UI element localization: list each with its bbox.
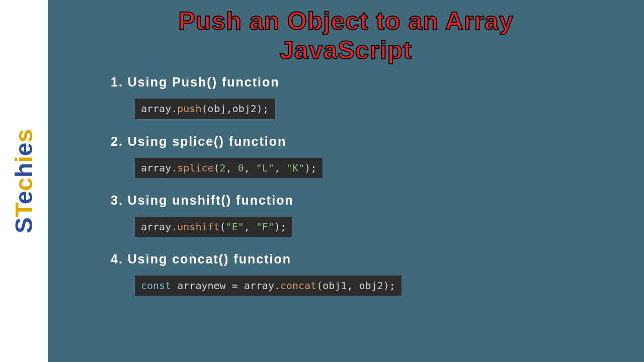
code-str: "E": [226, 221, 244, 233]
section-heading: 3. Using unshift() function: [111, 193, 624, 208]
code-comma: ,: [244, 162, 256, 174]
code-comma: ,: [226, 162, 238, 174]
code-method: unshift: [177, 221, 219, 233]
code-semicolon: ;: [280, 221, 286, 233]
logo-letter: T: [11, 204, 37, 217]
code-semicolon: ;: [263, 103, 269, 115]
title-line-2: JavaScript: [280, 36, 412, 64]
code-open-paren: (: [220, 221, 226, 233]
logo-letter: s: [11, 129, 37, 142]
brand-logo: STechies: [10, 129, 38, 233]
code-dot: .: [171, 103, 177, 115]
code-close-paren: ): [274, 221, 280, 233]
logo-letter: e: [11, 191, 37, 204]
code-obj: array: [141, 162, 171, 174]
code-method: splice: [177, 162, 213, 174]
code-semicolon: ;: [389, 280, 395, 292]
code-obj: array: [141, 103, 171, 115]
section-push: 1. Using Push() function array.push(obj,…: [111, 75, 624, 119]
code-block-concat: const arraynew = array.concat(obj1, obj2…: [135, 276, 401, 296]
code-str: "K": [286, 162, 304, 174]
code-obj: array: [141, 221, 171, 233]
code-comma: ,: [274, 162, 286, 174]
content-list: 1. Using Push() function array.push(obj,…: [111, 75, 624, 296]
code-block-unshift: array.unshift("E", "F");: [135, 217, 292, 237]
code-dot: .: [171, 162, 177, 174]
sidebar: STechies: [0, 0, 48, 362]
code-arg: obj1: [323, 280, 347, 292]
section-heading: 4. Using concat() function: [111, 252, 624, 266]
logo-letter: S: [11, 217, 37, 233]
code-str: "F": [256, 221, 274, 233]
code-close-paren: ): [383, 280, 389, 292]
code-open-paren: (: [214, 162, 220, 174]
section-heading: 1. Using Push() function: [111, 75, 624, 89]
code-num: 2: [220, 162, 226, 174]
code-var: arraynew: [177, 280, 225, 292]
logo-letter: h: [11, 162, 37, 177]
code-open-paren: (: [316, 280, 323, 292]
code-block-push: array.push(obj,obj2);: [135, 99, 275, 119]
code-dot: .: [171, 221, 177, 233]
section-concat: 4. Using concat() function const arrayne…: [111, 252, 624, 296]
code-arg: obj2: [359, 280, 383, 292]
code-arg-pre: o: [207, 103, 213, 115]
main-content: Push an Object to an Array JavaScript 1.…: [48, 0, 644, 362]
code-equals: =: [226, 280, 244, 292]
section-heading: 2. Using splice() function: [111, 134, 624, 149]
code-comma: ,: [244, 221, 256, 233]
logo-letter: c: [11, 177, 37, 191]
logo-letter: e: [11, 142, 37, 156]
code-space: [171, 280, 177, 292]
code-method: push: [177, 103, 201, 115]
code-keyword: const: [141, 280, 171, 292]
code-comma: ,: [347, 280, 359, 292]
logo-letter: i: [11, 156, 37, 162]
code-block-splice: array.splice(2, 0, "L", "K");: [135, 158, 323, 178]
code-semicolon: ;: [310, 162, 316, 174]
code-str: "L": [256, 162, 274, 174]
code-arg-post: bj,obj2: [214, 103, 257, 115]
title-line-1: Push an Object to an Array: [179, 7, 514, 35]
page-title: Push an Object to an Array JavaScript: [68, 7, 624, 65]
section-splice: 2. Using splice() function array.splice(…: [111, 134, 624, 178]
code-close-paren: ): [304, 162, 310, 174]
code-open-paren: (: [201, 103, 207, 115]
code-obj: array: [244, 280, 274, 292]
page-root: STechies Push an Object to an Array Java…: [0, 0, 644, 362]
section-unshift: 3. Using unshift() function array.unshif…: [111, 193, 624, 237]
code-dot: .: [274, 280, 280, 292]
code-close-paren: ): [257, 103, 263, 115]
code-num: 0: [238, 162, 244, 174]
code-method: concat: [280, 280, 316, 292]
